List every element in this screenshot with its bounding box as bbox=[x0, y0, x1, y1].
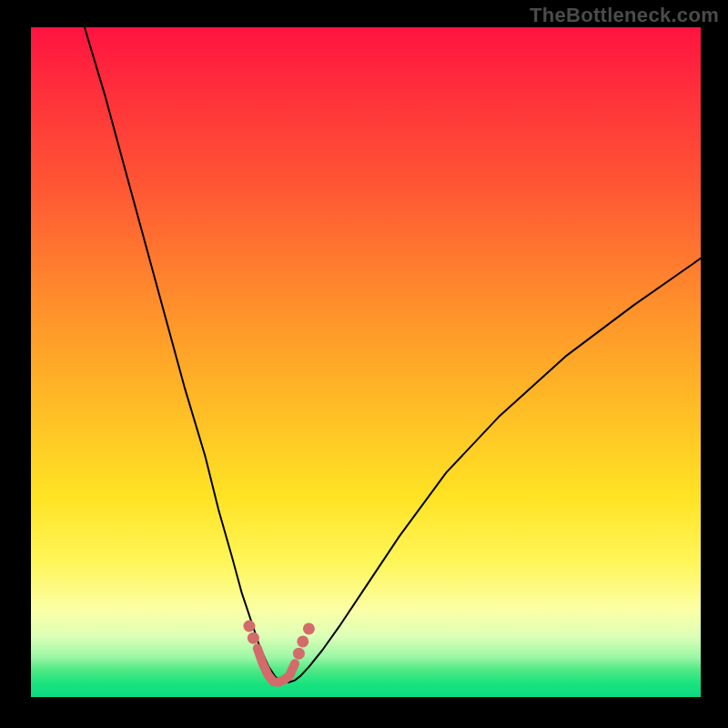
valley-dots-group bbox=[243, 621, 315, 660]
bottleneck-curve bbox=[85, 27, 701, 682]
chart-frame: TheBottleneck.com bbox=[0, 0, 728, 728]
valley-dot bbox=[248, 632, 259, 644]
plot-area bbox=[31, 27, 701, 697]
valley-dot bbox=[243, 621, 255, 632]
valley-dot bbox=[303, 622, 315, 634]
valley-dot bbox=[293, 648, 305, 660]
chart-svg bbox=[31, 27, 701, 697]
watermark-text: TheBottleneck.com bbox=[530, 4, 719, 27]
valley-dot bbox=[297, 635, 308, 647]
